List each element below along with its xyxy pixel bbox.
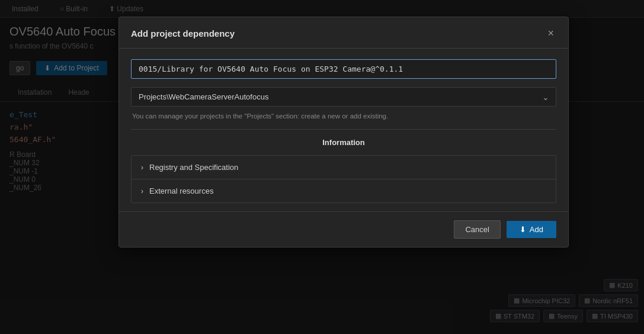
library-input-row xyxy=(131,59,556,79)
chevron-right-icon: › xyxy=(141,163,143,172)
accordion-header-registry[interactable]: › Registry and Specification xyxy=(132,156,556,179)
project-select[interactable]: Projects\WebCameraServerAutofocus xyxy=(131,87,556,107)
add-button[interactable]: ⬇ Add xyxy=(507,221,556,238)
cancel-button[interactable]: Cancel xyxy=(454,220,500,239)
project-select-row: Projects\WebCameraServerAutofocus ⌄ xyxy=(131,87,556,107)
accordion-item-external: › External resources xyxy=(132,179,556,203)
add-button-label: Add xyxy=(530,225,543,234)
modal-title: Add project dependency xyxy=(131,28,235,38)
accordion: › Registry and Specification › External … xyxy=(131,155,556,203)
modal-header: Add project dependency × xyxy=(119,17,568,49)
modal-divider xyxy=(131,129,556,130)
accordion-header-external[interactable]: › External resources xyxy=(132,179,556,203)
modal-body: Projects\WebCameraServerAutofocus ⌄ You … xyxy=(119,49,568,211)
chevron-right-icon-2: › xyxy=(141,187,143,195)
modal-close-button[interactable]: × xyxy=(545,27,556,40)
accordion-item-registry: › Registry and Specification xyxy=(132,156,556,179)
accordion-label-external: External resources xyxy=(149,187,213,195)
project-hint: You can manage your projects in the "Pro… xyxy=(131,113,556,120)
accordion-label-registry: Registry and Specification xyxy=(149,163,238,172)
library-input[interactable] xyxy=(131,59,556,79)
modal-dialog: Add project dependency × Projects\WebCam… xyxy=(118,17,569,248)
modal-footer: Cancel ⬇ Add xyxy=(119,211,568,247)
information-title: Information xyxy=(131,138,556,147)
download-icon-add: ⬇ xyxy=(520,225,526,234)
